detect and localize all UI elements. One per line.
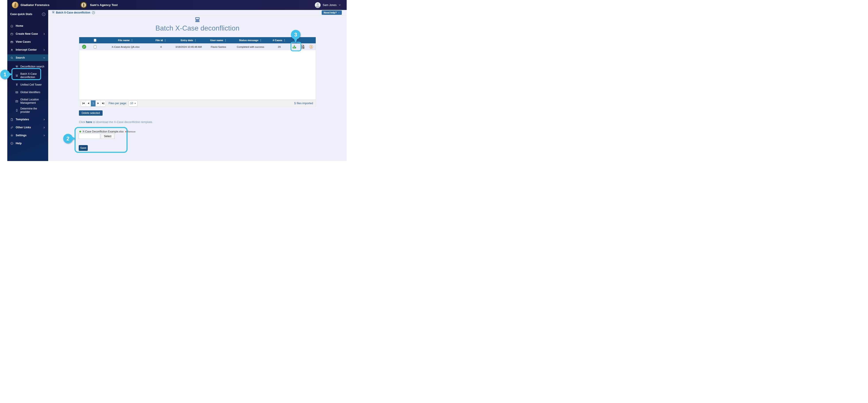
delete-selected-button[interactable]: Delete selected: [79, 110, 102, 116]
row-checkbox-cell: [89, 45, 101, 49]
header-file-id[interactable]: File id⋮: [150, 39, 172, 42]
template-download-line: Click here to download the X-Case deconf…: [79, 120, 153, 124]
callout-3: 3: [291, 30, 301, 39]
id-card-icon: [15, 91, 18, 94]
column-menu-icon[interactable]: ⋮: [194, 39, 196, 42]
spy-icon: [10, 48, 13, 52]
upload-panel: X-Case Deconfliction Example.xlsx ✕ Remo…: [74, 127, 128, 153]
chevron-right-icon: [43, 33, 45, 35]
column-menu-icon[interactable]: ⋮: [131, 39, 133, 42]
group-icon: [194, 20, 201, 24]
brand: Gladiator Forensics: [7, 2, 80, 8]
page-title: Batch X-Case deconfliction: [48, 24, 347, 32]
select-file-button[interactable]: Select: [101, 133, 115, 139]
header-file-name[interactable]: File name⋮: [101, 39, 150, 42]
user-menu[interactable]: Sam Jones: [315, 2, 347, 8]
briefcase-icon: [10, 32, 13, 36]
sidebar-item-global-location-management[interactable]: Global Location Management: [7, 96, 48, 107]
current-page-button[interactable]: 1: [91, 100, 96, 106]
cell-tower-icon: [15, 83, 18, 86]
collapse-sidebar-icon[interactable]: ‹: [42, 12, 45, 16]
table-row: X-Case Analysis QA.xlsx 4 3/18/2024 10:4…: [79, 44, 316, 51]
callout-1-number: 1: [0, 70, 10, 79]
column-menu-icon[interactable]: ⋮: [283, 39, 286, 42]
app-root: Gladiator Forensics Sam's Agency Test Sa…: [0, 0, 347, 161]
sidebar-item-search[interactable]: Search: [7, 54, 48, 61]
brand-title: Gladiator Forensics: [21, 3, 50, 7]
files-imported-status: 1 files imported: [294, 102, 314, 105]
success-check-icon: [82, 45, 86, 49]
cases-icon: [10, 40, 13, 44]
column-menu-icon[interactable]: ⋮: [164, 39, 166, 42]
header-entry-date[interactable]: Entry date⋮: [172, 39, 205, 42]
sidebar-item-home[interactable]: Home: [7, 22, 48, 30]
info-icon: [10, 142, 13, 145]
sidebar-item-create-new-case[interactable]: Create New Case: [7, 30, 48, 38]
table-empty-area: [79, 51, 316, 99]
sidebar-item-templates[interactable]: Templates: [7, 115, 48, 123]
map-icon: [15, 100, 18, 103]
top-bar: Gladiator Forensics Sam's Agency Test Sa…: [7, 0, 347, 10]
main-content: Batch X-Case deconfliction File name⋮ Fi…: [48, 16, 347, 161]
download-orange-icon[interactable]: [309, 45, 313, 49]
column-menu-icon[interactable]: ⋮: [224, 39, 227, 42]
sidebar-item-other-links[interactable]: Other Links: [7, 123, 48, 132]
files-per-page-label: Files per page:: [108, 102, 127, 105]
breadcrumb-label: Batch X-Case deconfliction: [56, 11, 90, 14]
cell-file-name: X-Case Analysis QA.xlsx: [101, 46, 150, 48]
need-help-button[interactable]: Need help?: [322, 10, 342, 15]
row-status-cell: [79, 45, 89, 49]
prev-page-button[interactable]: [86, 100, 91, 106]
first-page-button[interactable]: [81, 100, 86, 106]
group-icon: [52, 10, 55, 15]
uploaded-file-name: X-Case Deconfliction Example.xlsx: [83, 130, 124, 133]
files-table: File name⋮ File id⋮ Entry date⋮ User nam…: [79, 37, 316, 107]
select-all-checkbox-cell: [89, 39, 101, 42]
sidebar-item-view-cases[interactable]: View Cases: [7, 38, 48, 46]
template-download-link[interactable]: here: [86, 120, 92, 124]
breadcrumb: Batch X-Case deconfliction ?: [52, 10, 95, 15]
uploaded-file-line: X-Case Deconfliction Example.xlsx ✕ Remo…: [80, 130, 125, 133]
agency-logo-icon: [80, 2, 87, 8]
callout-2: 2: [63, 134, 73, 143]
network-icon: [15, 65, 18, 68]
sidebar-item-intercept-center[interactable]: Intercept Center: [7, 46, 48, 54]
last-page-button[interactable]: [101, 100, 105, 106]
sidebar-nav: Home Create New Case View Cases Intercep…: [7, 22, 48, 147]
chevron-down-icon: [43, 57, 45, 59]
cell-status-message: Completed with success: [232, 46, 269, 48]
sidebar-item-global-identifiers[interactable]: Global Identifiers: [7, 88, 48, 96]
save-button[interactable]: Save: [79, 145, 88, 151]
agency: Sam's Agency Test: [80, 2, 118, 8]
pager-buttons: 1: [81, 100, 106, 107]
sidebar-item-help[interactable]: Help: [7, 139, 48, 147]
case-quick-stats-label: Case quick Stats: [10, 12, 32, 16]
header-cases[interactable]: # Cases⋮: [269, 39, 289, 42]
header-status-message[interactable]: Status message⋮: [232, 39, 269, 42]
sidebar-item-determine-the-provider[interactable]: Determine the provider: [7, 107, 48, 114]
callout-3-number: 3: [291, 30, 301, 39]
row-checkbox[interactable]: [94, 45, 96, 49]
gear-icon: [10, 134, 13, 137]
phone-icon: [15, 109, 18, 112]
sidebar-item-unified-cell-tower[interactable]: Unified Cell Tower: [7, 81, 48, 88]
remove-file-button[interactable]: ✕ Remove: [125, 131, 135, 133]
table-header-row: File name⋮ File id⋮ Entry date⋮ User nam…: [79, 37, 316, 44]
search-icon: [10, 56, 13, 59]
header-user-name[interactable]: User name⋮: [205, 39, 232, 42]
file-icon: [10, 118, 13, 121]
sidebar-header: Case quick Stats ‹: [7, 10, 48, 18]
cell-cases: 29: [269, 46, 289, 48]
next-page-button[interactable]: [96, 100, 101, 106]
agency-title: Sam's Agency Test: [90, 3, 118, 7]
sidebar-item-settings[interactable]: Settings: [7, 132, 48, 139]
help-circle-icon[interactable]: ?: [92, 11, 95, 14]
chevron-right-icon: [43, 49, 45, 51]
page-title-block: Batch X-Case deconfliction: [48, 17, 347, 32]
breadcrumb-bar: Batch X-Case deconfliction ? Need help?: [48, 10, 347, 16]
file-path-input[interactable]: [79, 133, 100, 139]
column-menu-icon[interactable]: ⋮: [259, 39, 262, 42]
select-all-checkbox[interactable]: [94, 39, 96, 42]
files-per-page-select[interactable]: 10 ▼: [129, 100, 137, 106]
chevron-right-icon: [43, 126, 45, 129]
